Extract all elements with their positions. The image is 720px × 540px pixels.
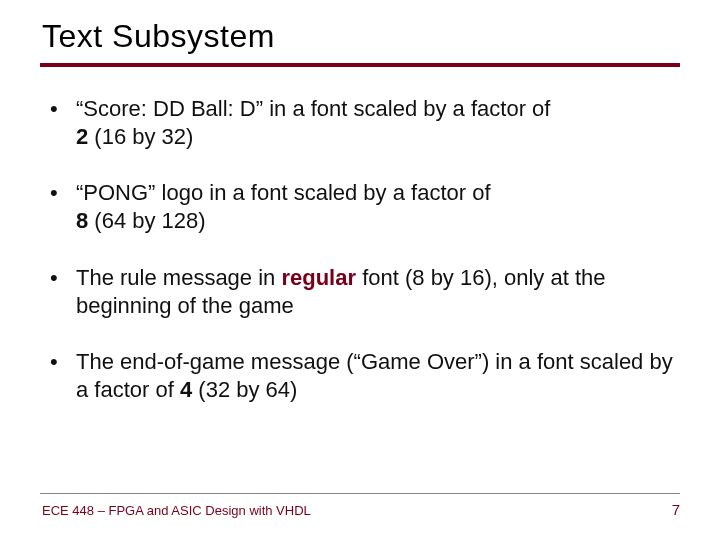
bullet-text-pre: The end-of-game message (“Game Over”) in… bbox=[76, 349, 673, 402]
bullet-text-post: (32 by 64) bbox=[192, 377, 297, 402]
bullet-text-pre: “PONG” logo in a font scaled by a factor… bbox=[76, 180, 491, 205]
bullet-strong-maroon: regular bbox=[281, 265, 356, 290]
slide-title: Text Subsystem bbox=[42, 18, 680, 55]
bullet-item: “PONG” logo in a font scaled by a factor… bbox=[46, 179, 680, 235]
page-number: 7 bbox=[672, 501, 680, 518]
bullet-text-pre: “Score: DD Ball: D” in a font scaled by … bbox=[76, 96, 550, 121]
slide: Text Subsystem “Score: DD Ball: D” in a … bbox=[0, 0, 720, 540]
bullet-list: “Score: DD Ball: D” in a font scaled by … bbox=[46, 95, 680, 404]
bullet-strong: 2 bbox=[76, 124, 88, 149]
title-rule bbox=[40, 63, 680, 67]
footer-rule bbox=[40, 493, 680, 494]
footer-text: ECE 448 – FPGA and ASIC Design with VHDL bbox=[42, 503, 311, 518]
bullet-item: The rule message in regular font (8 by 1… bbox=[46, 264, 680, 320]
bullet-text-post: (64 by 128) bbox=[88, 208, 205, 233]
bullet-strong: 4 bbox=[180, 377, 192, 402]
bullet-item: The end-of-game message (“Game Over”) in… bbox=[46, 348, 680, 404]
bullet-text-pre: The rule message in bbox=[76, 265, 281, 290]
bullet-item: “Score: DD Ball: D” in a font scaled by … bbox=[46, 95, 680, 151]
bullet-strong: 8 bbox=[76, 208, 88, 233]
bullet-text-post: (16 by 32) bbox=[88, 124, 193, 149]
